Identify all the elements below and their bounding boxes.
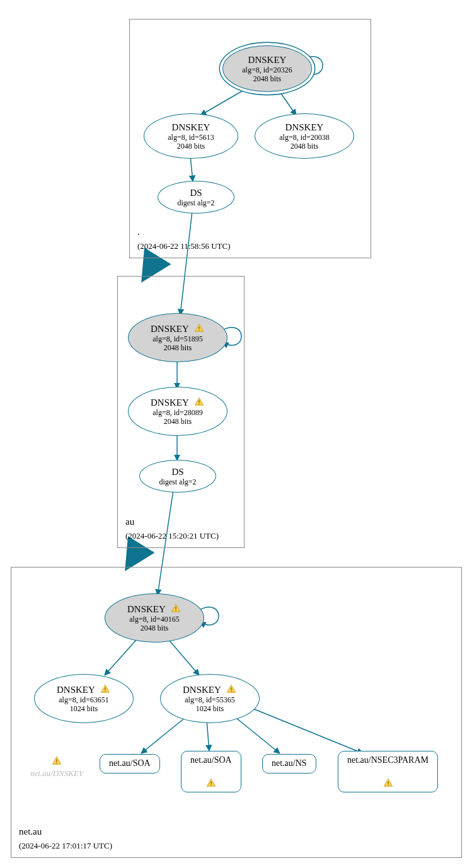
node-title: DNSKEY bbox=[285, 122, 324, 133]
node-label: net.au/SOA bbox=[109, 758, 151, 769]
svg-rect-0 bbox=[199, 326, 199, 329]
warning-icon bbox=[51, 756, 62, 766]
svg-rect-4 bbox=[175, 607, 176, 609]
svg-rect-3 bbox=[199, 403, 199, 404]
node-title: DNSKEY bbox=[151, 397, 205, 408]
svg-rect-6 bbox=[105, 687, 105, 690]
node-line1: alg=8, id=20038 bbox=[279, 133, 330, 142]
svg-rect-2 bbox=[199, 400, 199, 403]
node-au-zsk[interactable]: DNSKEY alg=8, id=28089 2048 bits bbox=[128, 387, 227, 436]
node-label: net.au/SOA bbox=[190, 755, 232, 766]
node-title: DNSKEY bbox=[248, 54, 287, 66]
svg-rect-1 bbox=[199, 329, 199, 330]
warning-icon bbox=[226, 684, 237, 694]
zone-au-label: au (2024-06-22 15:20:21 UTC) bbox=[125, 517, 219, 541]
node-line2: 2048 bits bbox=[253, 74, 281, 83]
warning-icon bbox=[193, 323, 205, 333]
node-line1: alg=8, id=55365 bbox=[185, 695, 235, 704]
node-line2: 2048 bits bbox=[177, 142, 205, 151]
zone-netau-label: net.au (2024-06-22 17:01:17 UTC) bbox=[19, 826, 112, 851]
node-title-text: DNSKEY bbox=[183, 685, 221, 695]
node-root-ksk[interactable]: DNSKEY alg=8, id=20326 2048 bits bbox=[222, 45, 312, 92]
node-rr-nsec3[interactable]: net.au/NSEC3PARAM bbox=[338, 751, 438, 792]
node-netau-ksk[interactable]: DNSKEY alg=8, id=40165 2048 bits bbox=[105, 593, 204, 642]
warning-icon bbox=[170, 603, 181, 614]
zone-au-name: au bbox=[125, 517, 219, 527]
node-line2: 2048 bits bbox=[164, 343, 192, 352]
node-title: DS bbox=[190, 187, 202, 198]
zone-root-label: . (2024-06-22 11:58:56 UTC) bbox=[137, 227, 231, 251]
node-line1: alg=8, id=40165 bbox=[129, 615, 180, 624]
node-au-ksk[interactable]: DNSKEY alg=8, id=51895 2048 bits bbox=[128, 313, 227, 362]
svg-rect-8 bbox=[231, 687, 231, 690]
node-title: DNSKEY bbox=[172, 122, 210, 133]
node-title: DNSKEY bbox=[151, 323, 205, 334]
zone-root-time: (2024-06-22 11:58:56 UTC) bbox=[137, 241, 231, 251]
node-title-text: DNSKEY bbox=[151, 397, 188, 408]
svg-rect-7 bbox=[105, 690, 105, 691]
node-rr-soa2[interactable]: net.au/SOA bbox=[181, 751, 241, 792]
svg-rect-14 bbox=[56, 759, 57, 762]
node-au-ds[interactable]: DS digest alg=2 bbox=[139, 460, 216, 493]
node-rr-ns[interactable]: net.au/NS bbox=[262, 754, 316, 774]
svg-rect-5 bbox=[175, 610, 176, 610]
diagram-canvas: . (2024-06-22 11:58:56 UTC) au (2024-06-… bbox=[0, 0, 472, 868]
node-line2: 1024 bits bbox=[196, 704, 224, 713]
node-root-zsk1[interactable]: DNSKEY alg=8, id=5613 2048 bits bbox=[144, 113, 238, 159]
node-title: DNSKEY bbox=[127, 603, 181, 615]
node-line1: alg=8, id=28089 bbox=[153, 408, 203, 417]
node-title-text: DNSKEY bbox=[151, 324, 188, 334]
node-root-zsk2[interactable]: DNSKEY alg=8, id=20038 2048 bits bbox=[255, 113, 354, 159]
node-line2: 1024 bits bbox=[70, 704, 98, 713]
ghost-label-text: net.au/DNSKEY bbox=[30, 768, 83, 778]
node-title: DNSKEY bbox=[57, 684, 111, 695]
node-line2: 2048 bits bbox=[291, 142, 318, 151]
node-label: net.au/NS bbox=[272, 758, 307, 769]
svg-rect-10 bbox=[210, 781, 211, 784]
node-root-ds[interactable]: DS digest alg=2 bbox=[158, 181, 234, 214]
node-netau-zsk1[interactable]: DNSKEY alg=8, id=63651 1024 bits bbox=[34, 674, 134, 723]
warning-icon bbox=[383, 778, 394, 788]
zone-netau-time: (2024-06-22 17:01:17 UTC) bbox=[19, 841, 112, 851]
node-line1: alg=8, id=5613 bbox=[168, 133, 214, 142]
warning-icon bbox=[205, 778, 217, 788]
node-title-text: DNSKEY bbox=[57, 685, 95, 695]
zone-netau-name: net.au bbox=[19, 826, 112, 837]
node-label: net.au/NSEC3PARAM bbox=[347, 755, 429, 766]
node-line1: alg=8, id=51895 bbox=[153, 334, 203, 343]
zone-au-time: (2024-06-22 15:20:21 UTC) bbox=[125, 531, 219, 541]
node-line1: alg=8, id=20326 bbox=[242, 66, 292, 74]
node-line1: alg=8, id=63651 bbox=[59, 695, 109, 704]
svg-rect-12 bbox=[388, 781, 388, 784]
node-line2: 2048 bits bbox=[164, 417, 192, 426]
node-netau-zsk2[interactable]: DNSKEY alg=8, id=55365 1024 bits bbox=[160, 674, 260, 723]
svg-rect-9 bbox=[231, 690, 231, 691]
node-title: DNSKEY bbox=[183, 684, 237, 695]
node-title-text: DNSKEY bbox=[127, 604, 165, 614]
node-title: DS bbox=[171, 466, 183, 477]
zone-root-name: . bbox=[137, 227, 231, 237]
node-line1: digest alg=2 bbox=[159, 477, 196, 486]
node-ghost-dnskey: net.au/DNSKEY bbox=[25, 756, 88, 779]
svg-rect-15 bbox=[56, 763, 57, 763]
svg-rect-13 bbox=[388, 784, 388, 785]
node-line1: digest alg=2 bbox=[177, 198, 214, 207]
warning-icon bbox=[100, 684, 111, 694]
svg-rect-11 bbox=[210, 784, 211, 785]
warning-icon bbox=[193, 397, 205, 407]
node-line2: 2048 bits bbox=[141, 624, 168, 632]
node-rr-soa1[interactable]: net.au/SOA bbox=[100, 754, 160, 774]
